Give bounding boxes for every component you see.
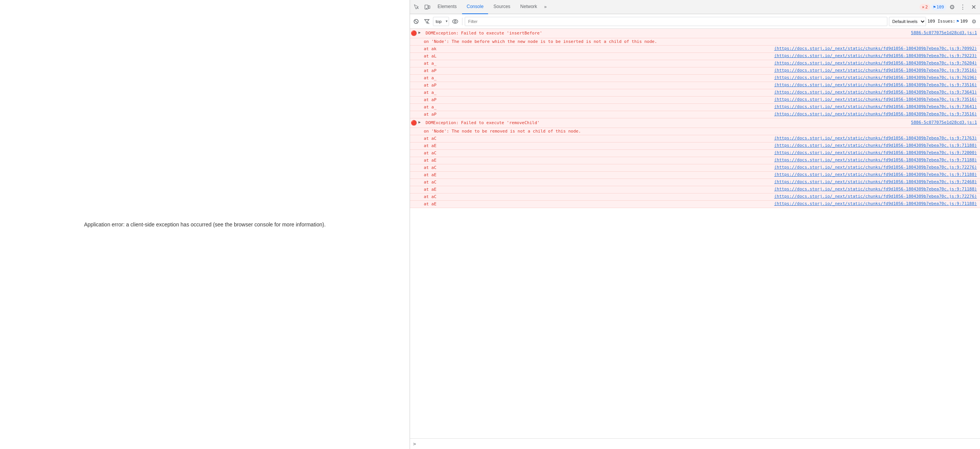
stack-link-2-10[interactable]: (https://docs.storj.io/_next/static/chun… <box>774 201 980 207</box>
tab-elements[interactable]: Elements <box>433 0 461 14</box>
issues-count: 109 <box>960 19 968 24</box>
stack-line-2-6: at aE (https://docs.storj.io/_next/stati… <box>410 172 980 179</box>
more-options-button[interactable]: ⋮ <box>958 2 968 12</box>
stack-line-2-4: at aE (https://docs.storj.io/_next/stati… <box>410 157 980 164</box>
stack-fn-1-7: at a_ <box>424 90 774 96</box>
console-error-2: 🔴 ▶ DOMException: Failed to execute 'rem… <box>410 118 980 128</box>
console-output[interactable]: 🔴 ▶ DOMException: Failed to execute 'ins… <box>410 29 980 438</box>
svg-rect-1 <box>428 6 430 8</box>
stack-fn-1-10: at aP <box>424 111 774 118</box>
error-2-body: on 'Node': The node to be removed is not… <box>410 128 980 135</box>
stack-link-2-8[interactable]: (https://docs.storj.io/_next/static/chun… <box>774 187 980 193</box>
stack-link-1-1[interactable]: (https://docs.storj.io/_next/static/chun… <box>774 46 980 52</box>
console-filter-input[interactable] <box>465 17 887 26</box>
stack-link-2-3[interactable]: (https://docs.storj.io/_next/static/chun… <box>774 150 980 156</box>
stack-fn-2-10: at aE <box>424 201 774 207</box>
stack-fn-2-8: at aE <box>424 187 774 193</box>
console-prompt: > <box>413 441 416 447</box>
stack-fn-2-2: at aE <box>424 143 774 149</box>
expand-icon-1[interactable]: ▶ <box>418 29 421 35</box>
issues-badge[interactable]: 109 Issues: ⚑ 109 <box>928 19 968 24</box>
error-2-source[interactable]: 5886-5c077075e1d28cd3.js:1 <box>910 119 980 126</box>
devtools-tab-bar: Elements Console Sources Network » ✕ 2 ⚑… <box>410 0 980 14</box>
stack-line-2-8: at aE (https://docs.storj.io/_next/stati… <box>410 186 980 193</box>
stack-link-2-1[interactable]: (https://docs.storj.io/_next/static/chun… <box>774 136 980 142</box>
svg-point-6 <box>452 20 458 23</box>
stack-link-1-9[interactable]: (https://docs.storj.io/_next/static/chun… <box>774 104 980 110</box>
console-error-1: 🔴 ▶ DOMException: Failed to execute 'ins… <box>410 29 980 38</box>
close-devtools-button[interactable]: ✕ <box>969 2 978 12</box>
error-circle-icon-1: 🔴 <box>410 29 418 37</box>
stack-fn-1-1: at ak <box>424 46 774 52</box>
stack-line-2-7: at aC (https://docs.storj.io/_next/stati… <box>410 179 980 186</box>
error-2-body-text: on 'Node': The node to be removed is not… <box>424 128 980 134</box>
tab-sources[interactable]: Sources <box>489 0 515 14</box>
inspect-element-button[interactable] <box>412 2 421 12</box>
context-selector-wrapper: top ▼ <box>433 17 449 26</box>
stack-fn-2-4: at aE <box>424 157 774 164</box>
settings-gear-button[interactable]: ⚙ <box>947 2 957 12</box>
warning-count: 109 <box>936 5 944 10</box>
stack-link-1-6[interactable]: (https://docs.storj.io/_next/static/chun… <box>774 82 980 88</box>
svg-line-5 <box>428 22 429 24</box>
stack-line-1-3: at a_ (https://docs.storj.io/_next/stati… <box>410 60 980 67</box>
stack-line-2-9: at aC (https://docs.storj.io/_next/stati… <box>410 193 980 201</box>
stack-line-1-9: at a_ (https://docs.storj.io/_next/stati… <box>410 104 980 111</box>
stack-link-2-9[interactable]: (https://docs.storj.io/_next/static/chun… <box>774 194 980 200</box>
more-tabs-button[interactable]: » <box>542 4 548 10</box>
context-select[interactable]: top <box>433 17 449 26</box>
stack-link-1-4[interactable]: (https://docs.storj.io/_next/static/chun… <box>774 68 980 74</box>
app-error-message: Application error: a client-side excepti… <box>84 221 325 228</box>
error-1-body-text: on 'Node': The node before which the new… <box>424 39 980 45</box>
stack-fn-1-2: at aL <box>424 53 774 59</box>
error-icon: ✕ <box>922 5 924 10</box>
stack-link-1-10[interactable]: (https://docs.storj.io/_next/static/chun… <box>774 111 980 118</box>
issues-label: 109 Issues: <box>928 19 956 24</box>
stack-link-1-7[interactable]: (https://docs.storj.io/_next/static/chun… <box>774 90 980 96</box>
clear-filter-button[interactable] <box>422 17 431 26</box>
tab-console[interactable]: Console <box>462 0 488 14</box>
stack-link-2-6[interactable]: (https://docs.storj.io/_next/static/chun… <box>774 172 980 178</box>
stack-fn-1-4: at aP <box>424 68 774 74</box>
stack-fn-1-9: at a_ <box>424 104 774 110</box>
stack-link-2-2[interactable]: (https://docs.storj.io/_next/static/chun… <box>774 143 980 149</box>
stack-link-1-5[interactable]: (https://docs.storj.io/_next/static/chun… <box>774 75 980 81</box>
stack-line-1-8: at aP (https://docs.storj.io/_next/stati… <box>410 97 980 104</box>
main-page: Application error: a client-side excepti… <box>0 0 410 449</box>
stack-line-2-2: at aE (https://docs.storj.io/_next/stati… <box>410 143 980 150</box>
stack-line-1-7: at a_ (https://docs.storj.io/_next/stati… <box>410 89 980 97</box>
warning-badge[interactable]: ⚑ 109 <box>931 4 947 10</box>
stack-link-1-8[interactable]: (https://docs.storj.io/_next/static/chun… <box>774 97 980 103</box>
console-settings-button[interactable]: ⚙ <box>969 17 978 26</box>
tab-network[interactable]: Network <box>516 0 542 14</box>
stack-fn-2-1: at aC <box>424 136 774 142</box>
stack-link-2-5[interactable]: (https://docs.storj.io/_next/static/chun… <box>774 165 980 171</box>
issue-icon: ⚑ <box>957 19 959 24</box>
clear-console-button[interactable] <box>412 17 421 26</box>
live-expressions-button[interactable] <box>451 17 460 26</box>
error-1-body: on 'Node': The node before which the new… <box>410 38 980 46</box>
toolbar-divider <box>462 18 462 25</box>
expand-icon-2[interactable]: ▶ <box>418 119 421 125</box>
devtools-panel: Elements Console Sources Network » ✕ 2 ⚑… <box>410 0 980 449</box>
stack-line-1-1: at ak (https://docs.storj.io/_next/stati… <box>410 46 980 53</box>
stack-link-1-3[interactable]: (https://docs.storj.io/_next/static/chun… <box>774 61 980 67</box>
svg-line-4 <box>415 20 417 23</box>
error-count: 2 <box>925 5 928 10</box>
device-toolbar-button[interactable] <box>422 2 432 12</box>
console-input[interactable] <box>419 441 977 446</box>
console-toolbar: top ▼ Default levels 109 Issues: ⚑ 109 ⚙ <box>410 14 980 29</box>
stack-line-2-10: at aE (https://docs.storj.io/_next/stati… <box>410 201 980 208</box>
stack-fn-2-5: at aC <box>424 165 774 171</box>
log-levels-select[interactable]: Default levels <box>889 17 926 26</box>
svg-point-7 <box>454 20 456 22</box>
stack-link-2-4[interactable]: (https://docs.storj.io/_next/static/chun… <box>774 157 980 164</box>
stack-line-1-10: at aP (https://docs.storj.io/_next/stati… <box>410 111 980 118</box>
stack-link-1-2[interactable]: (https://docs.storj.io/_next/static/chun… <box>774 53 980 59</box>
error-badge[interactable]: ✕ 2 <box>920 4 930 10</box>
stack-fn-1-6: at aP <box>424 82 774 88</box>
stack-fn-2-7: at aC <box>424 179 774 185</box>
stack-link-2-7[interactable]: (https://docs.storj.io/_next/static/chun… <box>774 179 980 185</box>
stack-fn-2-9: at aC <box>424 194 774 200</box>
error-1-source[interactable]: 5886-5c077075e1d28cd3.js:1 <box>910 29 980 36</box>
